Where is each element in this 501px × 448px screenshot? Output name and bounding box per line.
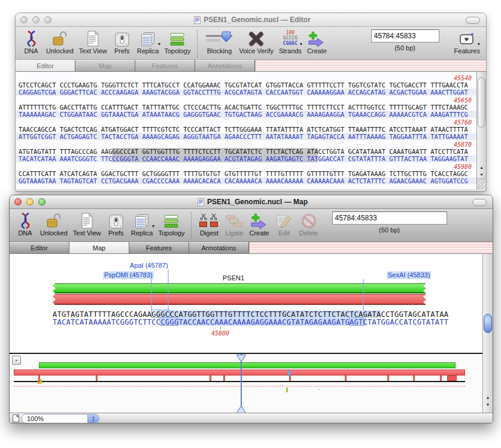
tab-features[interactable]: Features <box>135 60 195 71</box>
reverse-strand-row[interactable]: TACATCATAA AAATCGGGTC TTCCCGGGTA CCAACCA… <box>16 155 476 162</box>
reverse-strand-row[interactable]: TAAAAAAGAC CTGGAATAAC GGTAAACTGA ATAAATA… <box>16 111 476 118</box>
replica-icon: ▾ <box>134 211 150 229</box>
zoom-button[interactable] <box>38 198 45 205</box>
scrollbar-thumb[interactable] <box>478 77 485 128</box>
range-input[interactable] <box>332 211 447 225</box>
tab-annotations[interactable]: Annotations <box>195 60 255 71</box>
dna-button[interactable]: DNA <box>22 29 41 55</box>
position-number: 45800 <box>211 330 229 337</box>
map-vertical-scrollbar[interactable]: ▲ ▼ <box>482 254 493 413</box>
strands-button[interactable]: 100GCCCGCGGGC▾Strands <box>279 29 302 55</box>
tab-editor[interactable]: Editor <box>16 60 75 71</box>
restriction-site-label[interactable]: SexAI (45833) <box>387 271 431 279</box>
reverse-strand-row[interactable]: ATTGGTCGGT ACTGAGAGTC TACTACCTGA AAAAGCA… <box>16 133 476 140</box>
map-reverse-strand[interactable]: TACATCATAAAAATCGGGTCTTCCCGGGTACCAACCAAAC… <box>53 318 448 326</box>
digest-button[interactable]: Digest <box>199 211 219 237</box>
toolbar-item-label: Strands <box>279 47 302 55</box>
delete-button: Delete <box>299 211 318 237</box>
toolbar-item-label: Delete <box>299 229 318 237</box>
stepper-icon[interactable]: ▲▼ <box>87 414 99 423</box>
map-view[interactable]: ApaI (45787)PspOMI (45783)SexAI (45833)P… <box>10 254 482 353</box>
blocking-button[interactable]: Blocking <box>205 29 233 55</box>
topology-button[interactable]: Topology <box>158 211 184 237</box>
tab-map[interactable]: Map <box>75 60 135 71</box>
dna-icon <box>18 211 33 229</box>
map-tab-bar: EditorMapFeaturesAnnotations <box>10 242 493 254</box>
sequence-line-pair: 45980CCATTTCATT ATCATCAGTA GGACTGCTTT GC… <box>16 164 476 184</box>
forward-strand-row[interactable]: TAACCAGCCA TGACTCTCAG ATGATGGACT TTTTCGT… <box>16 126 476 133</box>
scroll-up-arrow-icon[interactable]: ▲ <box>479 164 484 171</box>
reverse-strand-row[interactable]: GGTAAAGTAA TAGTAGTCAT CCTGACGAAA CGACCCC… <box>16 177 476 184</box>
scroll-down-arrow-icon[interactable]: ▼ <box>486 401 490 408</box>
create-button[interactable]: Create <box>307 29 327 55</box>
strands-icon: 100GCCCGCGGGC▾ <box>283 29 297 47</box>
forward-strand-row[interactable]: GTCCTCAGCT CCCTGAAGTG TGGGTTCTCT TTTCATG… <box>16 81 476 89</box>
voice-verify-icon <box>247 29 265 47</box>
toolbar-item-label: DNA <box>24 47 38 55</box>
tab-bar-filler <box>249 242 493 253</box>
dropdown-caret-icon: ▾ <box>158 42 160 47</box>
toolbar-item-label: Text View <box>79 47 107 55</box>
minimize-button[interactable] <box>32 16 40 23</box>
overview-panel[interactable]: - <box>10 353 482 413</box>
replica-button[interactable]: ▾Replica <box>131 211 153 237</box>
range-input[interactable] <box>371 29 439 43</box>
editor-vertical-scrollbar[interactable]: ▲ ▼ <box>476 72 486 189</box>
toolbar-item-label: Edit <box>278 229 290 237</box>
position-number: 45650 <box>16 97 476 104</box>
editor-content: 45540GTCCTCAGCT CCCTGAAGTG TGGGTTCTCT TT… <box>16 72 486 189</box>
overview-site-tick <box>345 376 347 381</box>
tab-bar-filler <box>255 60 486 71</box>
map-titlebar[interactable]: PSEN1_Genomic.nucl — Map <box>10 195 493 209</box>
tab-editor[interactable]: Editor <box>10 242 69 253</box>
text-view-button[interactable]: Text View <box>73 211 101 237</box>
editor-window: PSEN1_Genomic.nucl — Editor DNAUnlockedT… <box>15 13 487 192</box>
zoom-button[interactable] <box>44 16 51 23</box>
scroll-up-arrow-icon[interactable]: ▲ <box>486 394 490 401</box>
toolbar-item-label: Features <box>454 47 480 55</box>
minimize-button[interactable] <box>26 198 34 205</box>
overview-site-tick <box>209 376 211 381</box>
position-number: 45870 <box>16 141 476 148</box>
editor-titlebar[interactable]: PSEN1_Genomic.nucl — Editor <box>16 13 486 27</box>
range-cursor-bottom-handle[interactable] <box>236 405 246 413</box>
scrollbar-thumb[interactable] <box>484 314 492 333</box>
tab-features[interactable]: Features <box>129 242 189 253</box>
toolbar-toggle-button[interactable] <box>466 17 480 24</box>
range-cursor-top-handle[interactable] <box>236 354 246 365</box>
prefs-button[interactable]: Prefs <box>113 29 132 55</box>
map-window: PSEN1_Genomic.nucl — Map DNAUnlockedText… <box>9 195 493 423</box>
prefs-button[interactable]: Prefs <box>107 211 126 237</box>
close-button[interactable] <box>14 198 22 205</box>
toolbar-item-label: Topology <box>164 47 190 55</box>
forward-strand-row[interactable]: CCATTTCATT ATCATCAGTA GGACTGCTTT GCTGGGG… <box>16 170 476 177</box>
restriction-site-label[interactable]: ApaI (45787) <box>129 262 169 270</box>
unlocked-button[interactable]: Unlocked <box>46 29 74 55</box>
sequence-editor[interactable]: 45540GTCCTCAGCT CCCTGAAGTG TGGGTTCTCT TT… <box>16 72 476 189</box>
replica-button[interactable]: ▾Replica <box>137 29 159 55</box>
zoom-level-select[interactable]: 100% ▲▼ <box>22 414 99 423</box>
features-button[interactable]: ▾Features <box>454 29 480 55</box>
resize-grip[interactable] <box>477 178 486 189</box>
restriction-site-label[interactable]: PspOMI (45783) <box>103 271 154 279</box>
reverse-strand-row[interactable]: CAGGAGTCGA GGGACTTCAC ACCCAAGAGA AAAGTAC… <box>16 89 476 96</box>
tab-map[interactable]: Map <box>69 242 129 253</box>
tab-annotations[interactable]: Annotations <box>189 242 249 253</box>
close-button[interactable] <box>20 16 28 23</box>
collapse-overview-button[interactable]: - <box>12 356 21 365</box>
position-tick <box>220 327 221 329</box>
create-button[interactable]: Create <box>249 211 269 237</box>
scroll-down-arrow-icon[interactable]: ▼ <box>479 171 484 178</box>
topology-button[interactable]: Topology <box>164 29 190 55</box>
toolbar-item-label: Prefs <box>108 229 124 237</box>
unlocked-button[interactable]: Unlocked <box>40 211 68 237</box>
text-view-button[interactable]: Text View <box>79 29 107 55</box>
forward-strand-row[interactable]: ATTTTTTCTG GACCTTATTG CCATTTGACT TATTTAT… <box>16 104 476 111</box>
voice-verify-button[interactable]: Voice Verify <box>239 29 273 55</box>
window-title: PSEN1_Genomic.nucl — Map <box>207 198 308 206</box>
overview-orange-marker <box>38 379 40 384</box>
dna-button[interactable]: DNA <box>16 211 35 237</box>
map-forward-strand[interactable]: ATGTAGTATTTTTAGCCCAGAAGGGCCCATGGTTGGTTTG… <box>53 310 448 318</box>
forward-strand-row[interactable]: ATGTAGTATT TTTAGCCCAG AAGGGCCCAT GGTTGGT… <box>16 148 476 155</box>
toolbar-toggle-button[interactable] <box>472 199 487 206</box>
